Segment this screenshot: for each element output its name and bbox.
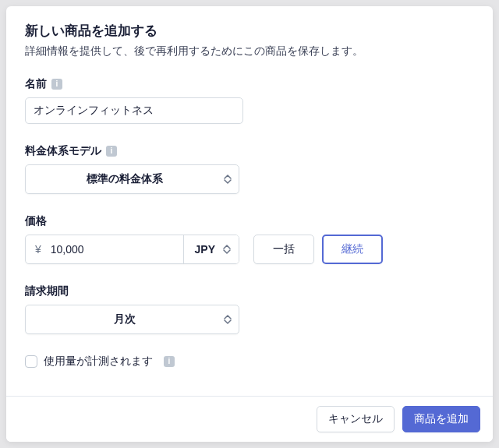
billing-period-select[interactable]: 月次 xyxy=(25,305,239,334)
modal-subtitle: 詳細情報を提供して、後で再利用するためにこの商品を保存します。 xyxy=(25,44,474,58)
add-product-modal: 新しい商品を追加する 詳細情報を提供して、後で再利用するためにこの商品を保存しま… xyxy=(6,6,493,442)
info-icon[interactable]: i xyxy=(106,146,117,157)
chevron-updown-icon xyxy=(223,245,231,254)
pricing-model-field: 料金体系モデル i 標準の料金体系 xyxy=(25,144,474,194)
modal-body: 名前 i 料金体系モデル i 標準の料金体系 価格 xyxy=(6,71,493,396)
modal-footer: キャンセル 商品を追加 xyxy=(6,396,493,442)
info-icon[interactable]: i xyxy=(51,79,62,90)
modal-header: 新しい商品を追加する 詳細情報を提供して、後で再利用するためにこの商品を保存しま… xyxy=(6,6,493,71)
pricing-model-select[interactable]: 標準の料金体系 xyxy=(25,164,239,194)
billing-period-field: 請求期間 月次 xyxy=(25,284,474,334)
billing-type-toggle: 一括 継続 xyxy=(253,235,383,264)
name-label: 名前 xyxy=(25,77,47,91)
recurring-button[interactable]: 継続 xyxy=(322,235,383,264)
price-input-group: ¥ JPY xyxy=(25,235,239,264)
one-time-button[interactable]: 一括 xyxy=(253,235,314,264)
price-label: 価格 xyxy=(25,214,47,228)
cancel-button[interactable]: キャンセル xyxy=(317,406,395,432)
submit-button[interactable]: 商品を追加 xyxy=(402,406,480,432)
price-field: 価格 ¥ JPY 一括 継続 xyxy=(25,214,474,264)
pricing-model-label: 料金体系モデル xyxy=(25,144,101,158)
name-input[interactable] xyxy=(25,97,243,124)
billing-period-label: 請求期間 xyxy=(25,284,69,298)
name-field: 名前 i xyxy=(25,77,474,124)
currency-select[interactable]: JPY xyxy=(183,235,239,263)
currency-symbol: ¥ xyxy=(26,235,48,263)
usage-metered-label: 使用量が計測されます xyxy=(44,355,153,369)
modal-title: 新しい商品を追加する xyxy=(25,22,474,40)
usage-metered-row: 使用量が計測されます i xyxy=(25,355,474,369)
currency-code: JPY xyxy=(195,243,215,256)
usage-metered-checkbox[interactable] xyxy=(25,355,37,368)
info-icon[interactable]: i xyxy=(164,356,175,367)
price-amount-input[interactable] xyxy=(48,235,183,263)
